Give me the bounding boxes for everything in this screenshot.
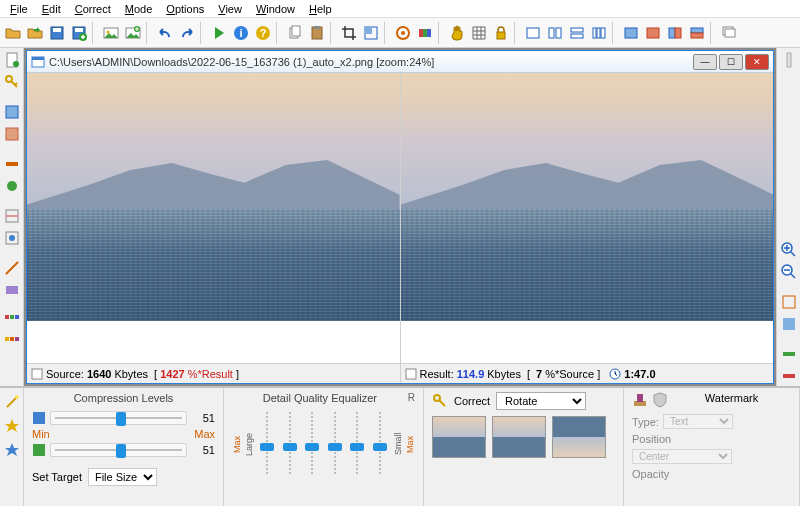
tool-7-icon[interactable]	[2, 258, 22, 278]
menu-window[interactable]: Window	[250, 2, 301, 16]
rotate-thumb-2[interactable]	[492, 416, 546, 458]
tool-3-icon[interactable]	[2, 154, 22, 174]
minimize-button[interactable]: —	[693, 54, 717, 70]
svg-rect-68	[783, 352, 795, 356]
svg-rect-26	[549, 28, 554, 38]
toggle-1-icon[interactable]	[779, 344, 799, 364]
wm-position-select[interactable]: Center	[632, 449, 732, 464]
menu-file[interactable]: File	[4, 2, 34, 16]
layout-2v-icon[interactable]	[566, 22, 588, 44]
adjust-icon[interactable]	[392, 22, 414, 44]
watermark-panel: Watermark Type:Text Position Center Opac…	[624, 388, 800, 506]
compression-slider-1[interactable]	[50, 411, 187, 425]
svg-rect-35	[669, 28, 675, 38]
new-doc-icon[interactable]	[2, 50, 22, 70]
redo-icon[interactable]	[176, 22, 198, 44]
result-pane: Result: 114.9 Kbytes [ 7%*Source] 1:47.0	[401, 73, 774, 383]
zoom-scrollbar[interactable]	[779, 50, 799, 70]
tool-1-icon[interactable]	[2, 102, 22, 122]
crop-icon[interactable]	[338, 22, 360, 44]
maximize-button[interactable]: ☐	[719, 54, 743, 70]
view-a-icon[interactable]	[620, 22, 642, 44]
tool-4-icon[interactable]	[2, 176, 22, 196]
menu-edit[interactable]: Edit	[36, 2, 67, 16]
save-icon[interactable]	[46, 22, 68, 44]
palette-2-icon[interactable]	[2, 332, 22, 352]
star-icon[interactable]	[2, 416, 22, 436]
palette-1-icon[interactable]	[2, 310, 22, 330]
tool-2-icon[interactable]	[2, 124, 22, 144]
tool-8-icon[interactable]	[2, 280, 22, 300]
wand-icon[interactable]	[2, 392, 22, 412]
hand-icon[interactable]	[446, 22, 468, 44]
svg-rect-56	[10, 337, 14, 341]
play-icon[interactable]	[208, 22, 230, 44]
rotate-thumb-3[interactable]	[552, 416, 606, 458]
key-icon[interactable]	[2, 72, 22, 92]
image-plus-icon[interactable]	[122, 22, 144, 44]
layout-3-icon[interactable]	[588, 22, 610, 44]
lock-icon[interactable]	[490, 22, 512, 44]
view-c-icon[interactable]	[664, 22, 686, 44]
menu-view[interactable]: View	[212, 2, 248, 16]
rotate-thumb-1[interactable]	[432, 416, 486, 458]
fit-icon[interactable]	[779, 292, 799, 312]
stamp-icon[interactable]	[632, 392, 648, 408]
menu-options[interactable]: Options	[160, 2, 210, 16]
menu-mode[interactable]: Mode	[119, 2, 159, 16]
view-d-icon[interactable]	[686, 22, 708, 44]
layout-1-icon[interactable]	[522, 22, 544, 44]
star2-icon[interactable]	[2, 440, 22, 460]
svg-rect-22	[423, 29, 427, 37]
source-image[interactable]	[27, 73, 400, 321]
svg-text:i: i	[239, 27, 242, 39]
eq-slider-2[interactable]	[285, 408, 295, 480]
svg-rect-36	[675, 28, 681, 38]
actual-icon[interactable]	[779, 314, 799, 334]
tool-6-icon[interactable]	[2, 228, 22, 248]
help-icon[interactable]: ?	[252, 22, 274, 44]
layout-2h-icon[interactable]	[544, 22, 566, 44]
compression-slider-2[interactable]	[50, 443, 187, 457]
window-titlebar[interactable]: C:\Users\ADMIN\Downloads\2022-06-15_1637…	[27, 51, 773, 73]
effects-icon[interactable]	[414, 22, 436, 44]
eq-slider-1[interactable]	[262, 408, 272, 480]
svg-rect-52	[5, 315, 9, 319]
menu-help[interactable]: Help	[303, 2, 338, 16]
window-list-icon[interactable]	[718, 22, 740, 44]
eq-slider-4[interactable]	[330, 408, 340, 480]
set-target-select[interactable]: File Size	[88, 468, 157, 486]
eq-slider-3[interactable]	[307, 408, 317, 480]
view-b-icon[interactable]	[642, 22, 664, 44]
toggle-2-icon[interactable]	[779, 366, 799, 386]
close-button[interactable]: ✕	[745, 54, 769, 70]
eq-slider-6[interactable]	[375, 408, 385, 480]
save-plus-icon[interactable]	[68, 22, 90, 44]
menu-correct[interactable]: Correct	[69, 2, 117, 16]
grid-icon[interactable]	[468, 22, 490, 44]
svg-rect-51	[6, 286, 18, 294]
image-icon[interactable]	[100, 22, 122, 44]
clock-icon	[609, 368, 621, 380]
copy-icon[interactable]	[284, 22, 306, 44]
source-status: Source: 1640 Kbytes [1427%*Result]	[27, 363, 400, 383]
zoom-in-icon[interactable]	[779, 240, 799, 260]
svg-rect-28	[571, 28, 583, 32]
tool-5-icon[interactable]	[2, 206, 22, 226]
open-folder-icon[interactable]	[2, 22, 24, 44]
svg-rect-21	[419, 29, 423, 37]
resize-icon[interactable]	[360, 22, 382, 44]
undo-icon[interactable]	[154, 22, 176, 44]
wm-type-select[interactable]: Text	[663, 414, 733, 429]
reopen-icon[interactable]	[24, 22, 46, 44]
svg-rect-27	[556, 28, 561, 38]
eq-slider-5[interactable]	[352, 408, 362, 480]
svg-rect-23	[427, 29, 431, 37]
zoom-out-icon[interactable]	[779, 262, 799, 282]
info-icon[interactable]: i	[230, 22, 252, 44]
svg-rect-71	[33, 412, 45, 424]
paste-icon[interactable]	[306, 22, 328, 44]
shield-icon[interactable]	[652, 392, 668, 408]
result-image[interactable]	[401, 73, 774, 321]
correct-select[interactable]: Rotate	[496, 392, 586, 410]
